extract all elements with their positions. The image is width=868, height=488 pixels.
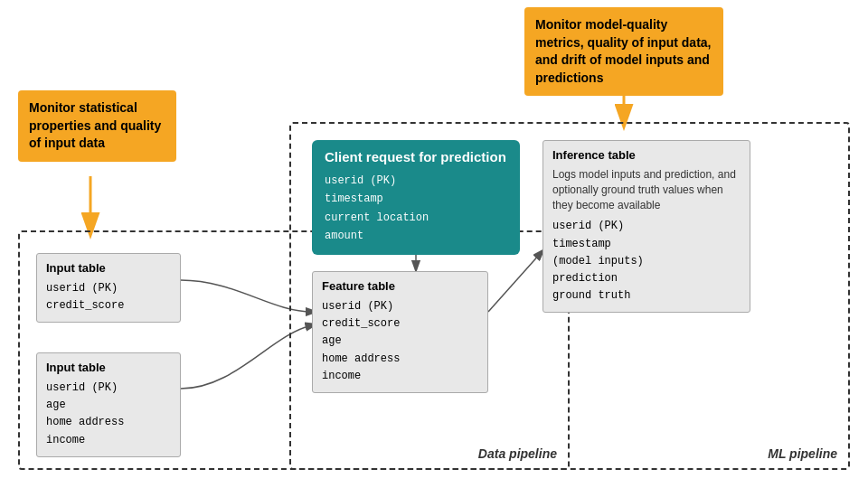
left-callout: Monitor statistical properties and quali…	[18, 90, 176, 162]
client-request-fields: userid (PK) timestamp current location a…	[325, 172, 507, 246]
inference-table-fields: userid (PK) timestamp (model inputs) pre…	[552, 218, 741, 305]
feature-table-title: Feature table	[322, 279, 478, 293]
input-table-2: Input table userid (PK) age home address…	[36, 352, 181, 457]
input-table-2-fields: userid (PK) age home address income	[46, 380, 171, 449]
inference-table-title: Inference table	[552, 148, 741, 162]
input-table-1: Input table userid (PK) credit_score	[36, 253, 181, 323]
input-table-1-fields: userid (PK) credit_score	[46, 280, 171, 314]
client-request-title: Client request for prediction	[325, 149, 507, 164]
feature-table: Feature table userid (PK) credit_score a…	[312, 271, 488, 393]
input-table-2-title: Input table	[46, 361, 171, 374]
right-callout: Monitor model-quality metrics, quality o…	[524, 7, 723, 96]
feature-table-fields: userid (PK) credit_score age home addres…	[322, 298, 478, 385]
inference-table-description: Logs model inputs and prediction, and op…	[552, 167, 741, 212]
input-table-1-title: Input table	[46, 261, 171, 275]
inference-table: Inference table Logs model inputs and pr…	[542, 140, 750, 313]
diagram-container: Monitor statistical properties and quali…	[0, 0, 868, 488]
data-pipeline-label: Data pipeline	[478, 446, 557, 461]
ml-pipeline-label: ML pipeline	[768, 446, 837, 461]
client-request-box: Client request for prediction userid (PK…	[312, 140, 520, 255]
